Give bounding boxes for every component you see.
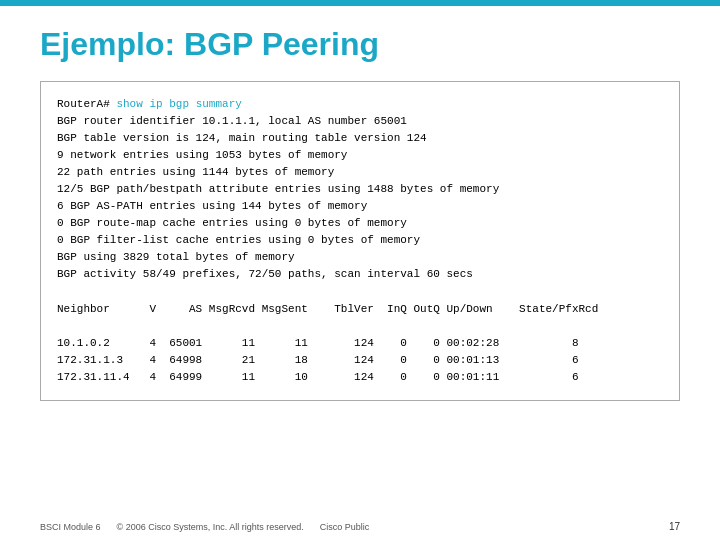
footer: BSCI Module 6 © 2006 Cisco Systems, Inc.… [0,521,720,532]
terminal-line: BGP router identifier 10.1.1.1, local AS… [57,113,663,130]
page-title: Ejemplo: BGP Peering [40,26,680,63]
footer-module: BSCI Module 6 [40,522,101,532]
terminal-output-lines: BGP router identifier 10.1.1.1, local AS… [57,113,663,283]
terminal-table-rows: 10.1.0.2 4 65001 11 11 124 0 0 00:02:28 … [57,335,663,386]
terminal-table-row: 172.31.1.3 4 64998 21 18 124 0 0 00:01:1… [57,352,663,369]
terminal-table-row: 172.31.11.4 4 64999 11 10 124 0 0 00:01:… [57,369,663,386]
terminal-line: 9 network entries using 1053 bytes of me… [57,147,663,164]
terminal-table-header: Neighbor V AS MsgRcvd MsgSent TblVer InQ… [57,301,663,318]
terminal-command-line: RouterA# show ip bgp summary [57,96,663,113]
terminal-prompt: RouterA# [57,98,110,110]
terminal-line: 0 BGP route-map cache entries using 0 by… [57,215,663,232]
terminal-box: RouterA# show ip bgp summary BGP router … [40,81,680,401]
terminal-line: 6 BGP AS-PATH entries using 144 bytes of… [57,198,663,215]
page-content: Ejemplo: BGP Peering RouterA# show ip bg… [0,6,720,421]
footer-copyright: © 2006 Cisco Systems, Inc. All rights re… [117,522,304,532]
terminal-line: 22 path entries using 1144 bytes of memo… [57,164,663,181]
footer-page-number: 17 [669,521,680,532]
footer-cisco-public: Cisco Public [320,522,370,532]
terminal-line: 0 BGP filter-list cache entries using 0 … [57,232,663,249]
terminal-line: BGP using 3829 total bytes of memory [57,249,663,266]
terminal-line: BGP table version is 124, main routing t… [57,130,663,147]
terminal-line: 12/5 BGP path/bestpath attribute entries… [57,181,663,198]
footer-left: BSCI Module 6 © 2006 Cisco Systems, Inc.… [40,522,369,532]
terminal-command: show ip bgp summary [110,98,242,110]
terminal-line: BGP activity 58/49 prefixes, 72/50 paths… [57,266,663,283]
terminal-table-row: 10.1.0.2 4 65001 11 11 124 0 0 00:02:28 … [57,335,663,352]
